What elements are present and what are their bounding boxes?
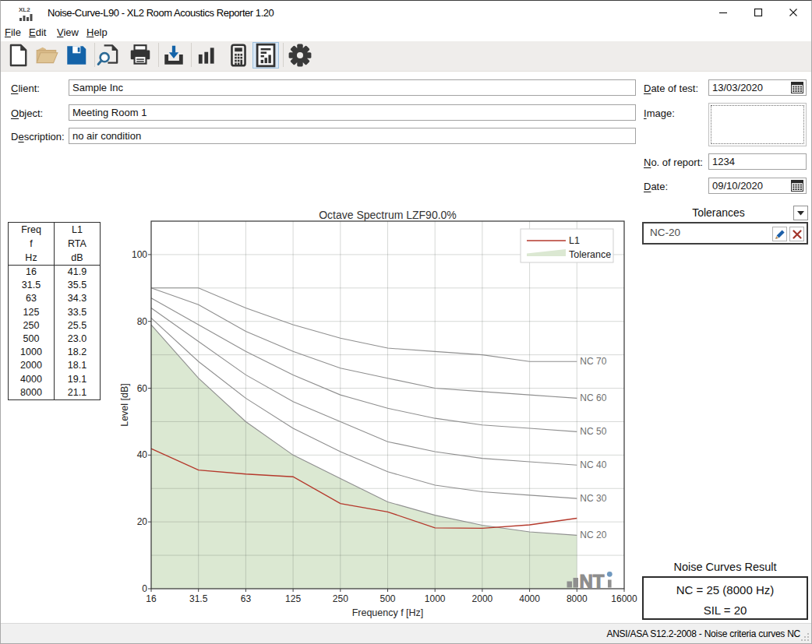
toolbar-report-chart-button[interactable] bbox=[252, 42, 279, 69]
no-of-report-input[interactable] bbox=[708, 153, 807, 170]
freq-table-row: 31.535.5 bbox=[9, 279, 101, 292]
menu-file[interactable]: File bbox=[2, 25, 24, 41]
statusbar: ANSI/ASA S12.2-2008 - Noise criteria cur… bbox=[1, 623, 811, 643]
freq-table-cell: 16 bbox=[9, 266, 55, 280]
date-field bbox=[708, 178, 807, 194]
titlebar: XL2 Noise-Curve-L90 - XL2 Room Acoustics… bbox=[1, 1, 811, 25]
toolbar-export-button[interactable] bbox=[161, 42, 187, 69]
client-input[interactable] bbox=[69, 79, 636, 96]
minimize-button[interactable] bbox=[709, 1, 737, 24]
image-box[interactable] bbox=[708, 103, 807, 146]
gear-icon bbox=[288, 42, 312, 69]
freq-table-cell: 41.9 bbox=[55, 266, 101, 280]
freq-table-row: 25025.5 bbox=[9, 319, 101, 333]
calculator-icon bbox=[226, 42, 251, 69]
close-button[interactable] bbox=[779, 1, 807, 24]
print-preview-icon bbox=[97, 42, 122, 69]
minimize-icon bbox=[718, 8, 728, 17]
report-chart-icon bbox=[253, 42, 278, 69]
date-of-test-input[interactable] bbox=[709, 80, 787, 95]
freq-table-cell: 33.5 bbox=[55, 306, 101, 319]
toolbar-save-button[interactable] bbox=[63, 42, 90, 69]
nc-curve-label: NC 70 bbox=[580, 356, 606, 367]
menu-edit[interactable]: Edit bbox=[26, 25, 49, 41]
freq-table-row: 50023.0 bbox=[9, 333, 101, 346]
maximize-button[interactable] bbox=[744, 1, 772, 24]
tolerance-delete-button[interactable] bbox=[789, 227, 804, 241]
description-input[interactable] bbox=[69, 128, 636, 144]
tolerances-title: Tolerances bbox=[642, 206, 795, 219]
nc-curve bbox=[151, 288, 577, 361]
save-icon bbox=[64, 42, 89, 69]
freq-table-cell: 31.5 bbox=[9, 279, 55, 292]
nc-curve-label: NC 60 bbox=[580, 392, 606, 403]
x-tick-label: 125 bbox=[285, 593, 301, 604]
nc-curve-label: NC 50 bbox=[580, 426, 606, 437]
toolbar-separator bbox=[191, 43, 192, 67]
nc-curve-label: NC 20 bbox=[580, 530, 606, 540]
toolbar-new-document-button[interactable] bbox=[5, 42, 31, 69]
frequency-table: FreqfHz L1RTAdB 1641.931.535.56334.31253… bbox=[8, 222, 101, 400]
freq-table-cell: 250 bbox=[9, 319, 55, 333]
x-tick-label: 2000 bbox=[472, 593, 493, 604]
toolbar-calculator-button[interactable] bbox=[225, 42, 252, 69]
image-box-inner bbox=[711, 105, 804, 144]
date-of-test-calendar-button[interactable] bbox=[790, 82, 804, 94]
print-icon bbox=[128, 42, 153, 69]
freq-table-cell: 500 bbox=[9, 333, 55, 346]
freq-table-cell: 18.2 bbox=[55, 346, 101, 359]
object-input[interactable] bbox=[69, 104, 636, 121]
app-window: XL2 Noise-Curve-L90 - XL2 Room Acoustics… bbox=[0, 0, 812, 644]
freq-column-header: FreqfHz bbox=[9, 223, 55, 266]
tolerance-edit-button[interactable] bbox=[772, 227, 787, 241]
freq-table-cell: 2000 bbox=[9, 359, 55, 372]
x-tick-label: 1000 bbox=[425, 593, 446, 604]
freq-table-cell: 35.5 bbox=[55, 279, 101, 292]
legend-label-l1: L1 bbox=[569, 235, 580, 246]
freq-table-row: 200018.1 bbox=[9, 359, 101, 372]
x-tick-label: 31.5 bbox=[189, 593, 208, 604]
toolbar-settings-button[interactable] bbox=[287, 42, 313, 69]
toolbar-open-file-button[interactable] bbox=[34, 42, 60, 69]
toolbar-separator bbox=[158, 43, 159, 67]
freq-table-cell: 1000 bbox=[9, 346, 55, 359]
freq-table-cell: 19.1 bbox=[55, 373, 101, 386]
y-tick-label: 100 bbox=[132, 249, 147, 260]
x-tick-label: 8000 bbox=[567, 593, 588, 604]
toolbar-print-preview-button[interactable] bbox=[96, 42, 122, 69]
date-label: Date: bbox=[644, 181, 668, 192]
freq-table-cell: 25.5 bbox=[55, 319, 101, 333]
nc-curve-label: NC 40 bbox=[580, 459, 606, 470]
octave-spectrum-chart: NC 20NC 30NC 40NC 50NC 60NC 700204060801… bbox=[110, 205, 648, 624]
freq-table-cell: 63 bbox=[9, 292, 55, 305]
result-nc-value: NC = 25 (8000 Hz) bbox=[644, 583, 807, 596]
freq-table-row: 6334.3 bbox=[9, 292, 101, 305]
freq-table-cell: 23.0 bbox=[55, 333, 101, 346]
freq-table-cell: 18.1 bbox=[55, 359, 101, 372]
y-tick-label: 0 bbox=[142, 583, 147, 594]
level-column-header: L1RTAdB bbox=[55, 223, 101, 266]
chart-title: Octave Spectrum LZF90.0% bbox=[319, 209, 457, 221]
x-tick-label: 16 bbox=[146, 593, 157, 604]
toolbar-print-button[interactable] bbox=[127, 42, 154, 69]
resize-grip[interactable] bbox=[800, 632, 810, 642]
result-sil-value: SIL = 20 bbox=[644, 604, 807, 617]
x-axis-label: Frequency f [Hz] bbox=[352, 607, 424, 618]
status-text: ANSI/ASA S12.2-2008 - Noise criteria cur… bbox=[606, 624, 800, 644]
menu-help[interactable]: Help bbox=[83, 25, 111, 41]
toolbar-separator bbox=[283, 43, 284, 67]
x-tick-label: 63 bbox=[241, 593, 252, 604]
menu-view[interactable]: View bbox=[54, 25, 82, 41]
date-calendar-button[interactable] bbox=[790, 180, 804, 192]
x-tick-label: 16000 bbox=[611, 593, 637, 604]
toolbar bbox=[1, 41, 811, 72]
y-tick-label: 60 bbox=[137, 383, 148, 394]
close-icon bbox=[789, 8, 798, 17]
open-folder-icon bbox=[34, 42, 59, 69]
description-label: Description: bbox=[11, 131, 65, 143]
tolerance-item-label[interactable]: NC-20 bbox=[650, 227, 680, 238]
svg-text:XL2: XL2 bbox=[19, 6, 30, 13]
toolbar-rta-bars-button[interactable] bbox=[193, 42, 220, 69]
tolerances-dropdown-button[interactable] bbox=[793, 206, 808, 220]
date-input[interactable] bbox=[709, 178, 787, 193]
